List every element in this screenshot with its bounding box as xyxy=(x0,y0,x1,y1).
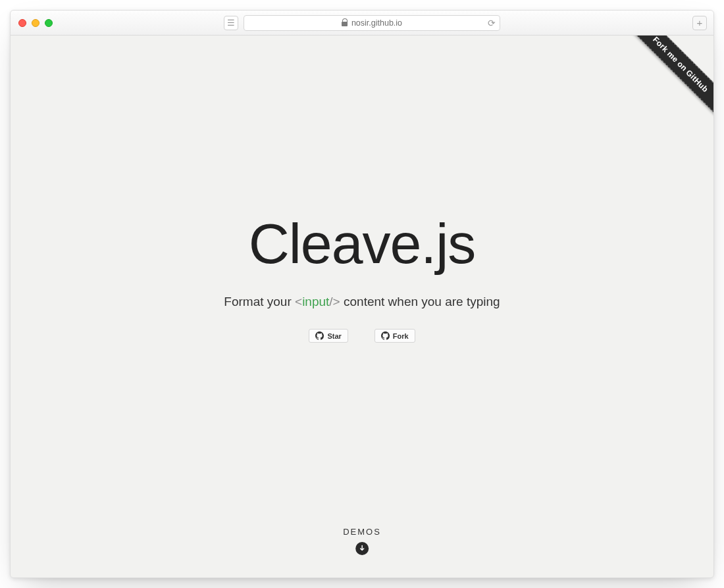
github-star-button[interactable]: Star xyxy=(309,329,348,343)
page-subtitle: Format your <input/> content when you ar… xyxy=(224,295,500,309)
window-controls xyxy=(18,19,53,27)
github-star-label: Star xyxy=(327,332,341,340)
page-viewport: Fork me on GitHub Cleave.js Format your … xyxy=(11,36,713,577)
github-buttons: Star Fork xyxy=(309,329,415,343)
minimize-window-button[interactable] xyxy=(32,19,39,27)
github-icon xyxy=(381,331,390,340)
address-bar-group: ☰ nosir.github.io ⟳ xyxy=(224,15,500,31)
plus-icon: + xyxy=(697,17,703,28)
page-title: Cleave.js xyxy=(249,211,476,276)
github-fork-button[interactable]: Fork xyxy=(375,329,415,343)
zoom-window-button[interactable] xyxy=(45,19,53,27)
close-window-button[interactable] xyxy=(18,19,26,27)
chevron-down-icon xyxy=(355,542,369,555)
address-bar[interactable]: nosir.github.io ⟳ xyxy=(244,15,500,31)
browser-window: ☰ nosir.github.io ⟳ + Fork me on GitHub … xyxy=(10,10,714,578)
hero-section: Cleave.js Format your <input/> content w… xyxy=(11,36,713,577)
new-tab-button[interactable]: + xyxy=(692,16,707,30)
subtitle-code: <input/> xyxy=(295,295,340,308)
subtitle-text-before: Format your xyxy=(224,295,295,308)
address-bar-host: nosir.github.io xyxy=(351,18,402,28)
demos-label: DEMOS xyxy=(343,527,381,537)
subtitle-text-after: content when you are typing xyxy=(344,295,500,308)
github-icon xyxy=(315,331,324,340)
browser-titlebar: ☰ nosir.github.io ⟳ + xyxy=(11,11,713,36)
lock-icon xyxy=(342,19,348,26)
github-fork-label: Fork xyxy=(393,332,409,340)
sidebar-toggle-button[interactable]: ☰ xyxy=(224,16,238,30)
panel-icon: ☰ xyxy=(227,18,235,28)
demos-link[interactable]: DEMOS xyxy=(343,527,381,555)
reload-icon[interactable]: ⟳ xyxy=(488,18,496,28)
